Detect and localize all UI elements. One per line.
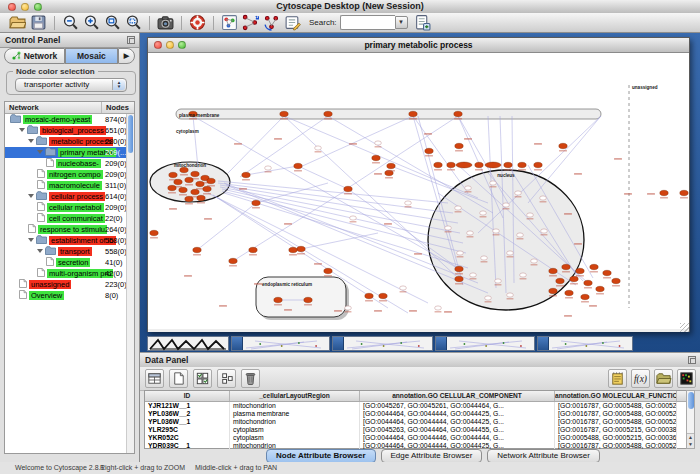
node-outline[interactable] bbox=[541, 229, 548, 233]
node[interactable] bbox=[387, 163, 395, 168]
tree-row[interactable]: nucleobase-209(0) bbox=[5, 158, 134, 169]
node-outline[interactable] bbox=[507, 251, 514, 255]
help-icon[interactable] bbox=[189, 14, 206, 31]
edge[interactable] bbox=[193, 116, 198, 168]
expand-arrow-icon[interactable] bbox=[37, 249, 43, 253]
tree-col-network[interactable]: Network bbox=[5, 103, 39, 112]
node[interactable] bbox=[556, 278, 564, 283]
layout-scale-icon[interactable] bbox=[242, 14, 259, 31]
node[interactable] bbox=[454, 111, 462, 116]
layout-rotate-icon[interactable] bbox=[263, 14, 280, 31]
node[interactable] bbox=[603, 270, 611, 275]
table-row[interactable]: YLR295Ccytoplasm[GO:0045263, GO:0044464,… bbox=[145, 426, 687, 434]
node[interactable] bbox=[365, 293, 373, 298]
node[interactable] bbox=[584, 280, 592, 285]
table-scrollbar[interactable]: ▲▼ bbox=[686, 390, 695, 449]
resize-grip-icon[interactable] bbox=[680, 323, 689, 332]
minimized-window[interactable] bbox=[537, 336, 633, 351]
minimized-window[interactable] bbox=[231, 336, 330, 351]
function-icon[interactable]: f(x) bbox=[631, 369, 650, 388]
node-outline[interactable] bbox=[457, 251, 464, 255]
node[interactable] bbox=[447, 162, 455, 167]
node[interactable] bbox=[425, 148, 433, 153]
node[interactable] bbox=[549, 288, 557, 293]
minimized-window[interactable] bbox=[147, 336, 229, 351]
table-scrollbar-thumb[interactable] bbox=[688, 392, 694, 409]
edge[interactable] bbox=[193, 116, 459, 269]
tree-row[interactable]: primary metabol209(... bbox=[5, 147, 134, 158]
node[interactable] bbox=[249, 247, 257, 252]
new-attr-icon[interactable] bbox=[169, 369, 188, 388]
select-attributes-icon[interactable] bbox=[193, 369, 212, 388]
vizmapper-icon[interactable] bbox=[221, 14, 238, 31]
node[interactable] bbox=[549, 268, 557, 273]
expand-arrow-icon[interactable] bbox=[28, 194, 34, 198]
node[interactable] bbox=[191, 189, 199, 194]
node[interactable] bbox=[534, 162, 542, 167]
node[interactable] bbox=[570, 276, 578, 281]
expand-arrow-icon[interactable] bbox=[37, 150, 43, 154]
network-graph[interactable]: plasma membranecytoplasmmitochondrionnuc… bbox=[148, 53, 689, 329]
float-data-panel-icon[interactable] bbox=[688, 356, 696, 364]
table-scrollbar-arrows[interactable]: ▲▼ bbox=[687, 433, 694, 448]
node-outline[interactable] bbox=[481, 256, 488, 260]
close-button[interactable] bbox=[8, 3, 16, 11]
search-input[interactable] bbox=[340, 15, 395, 30]
node[interactable] bbox=[252, 200, 260, 205]
tree-row[interactable]: cellular process614(0) bbox=[5, 191, 134, 202]
delete-attr-icon[interactable] bbox=[241, 369, 260, 388]
tree-row[interactable]: unassigned223(0) bbox=[5, 279, 134, 290]
node-outline[interactable] bbox=[480, 211, 487, 215]
edge[interactable] bbox=[298, 166, 348, 189]
open-folder-icon[interactable] bbox=[9, 14, 26, 31]
node[interactable] bbox=[274, 297, 282, 302]
edge[interactable] bbox=[240, 116, 328, 177]
attr-table-icon[interactable] bbox=[145, 369, 164, 388]
edge[interactable] bbox=[222, 189, 463, 243]
node[interactable] bbox=[150, 230, 158, 235]
network-zoom-button[interactable] bbox=[178, 41, 186, 49]
node-outline[interactable] bbox=[400, 286, 407, 290]
float-panel-icon[interactable] bbox=[127, 36, 135, 44]
node-outline[interactable] bbox=[265, 166, 272, 170]
tree-row[interactable]: macromolecule311(0) bbox=[5, 180, 134, 191]
edge[interactable] bbox=[284, 116, 459, 279]
network-close-button[interactable] bbox=[154, 41, 162, 49]
camera-icon[interactable] bbox=[157, 14, 174, 31]
minimize-button[interactable] bbox=[21, 3, 29, 11]
node-outline[interactable] bbox=[405, 201, 412, 205]
table-row[interactable]: YPL036W__1mitochondrion[GO:0044464, GO:0… bbox=[145, 418, 687, 426]
tab-edge-attribute-browser[interactable]: Edge Attribute Browser bbox=[381, 449, 483, 463]
node-outline[interactable] bbox=[527, 213, 534, 217]
table-row[interactable]: YPL036W__2plasma membrane[GO:0044464, GO… bbox=[145, 410, 687, 418]
edge[interactable] bbox=[197, 203, 256, 250]
network-minimize-button[interactable] bbox=[166, 41, 174, 49]
tab-node-attribute-browser[interactable]: Node Attribute Browser bbox=[266, 449, 376, 463]
minimized-window[interactable] bbox=[332, 336, 433, 351]
edge[interactable] bbox=[348, 116, 458, 188]
node[interactable] bbox=[242, 172, 250, 177]
node[interactable] bbox=[504, 162, 512, 167]
node-outline[interactable] bbox=[495, 279, 502, 283]
node-outline[interactable] bbox=[465, 186, 472, 190]
node[interactable] bbox=[180, 167, 188, 172]
node[interactable] bbox=[203, 186, 211, 191]
node-outline[interactable] bbox=[445, 226, 452, 230]
table-column-header[interactable]: annotation.GO CELLULAR_COMPONENT bbox=[360, 391, 555, 401]
node[interactable] bbox=[612, 278, 620, 283]
node[interactable] bbox=[590, 264, 598, 269]
node[interactable] bbox=[581, 294, 589, 299]
node[interactable] bbox=[409, 111, 417, 116]
node-outline[interactable] bbox=[515, 191, 522, 195]
node[interactable] bbox=[372, 155, 380, 160]
node-outline[interactable] bbox=[520, 273, 527, 277]
node[interactable] bbox=[185, 177, 193, 182]
node-outline[interactable] bbox=[345, 306, 352, 310]
table-row[interactable]: YJR121W__1mitochondrion[GO:0045267, GO:0… bbox=[145, 402, 687, 410]
expand-arrow-icon[interactable] bbox=[28, 238, 34, 242]
tree-row[interactable]: nitrogen compo209(0) bbox=[5, 169, 134, 180]
tab-network-attribute-browser[interactable]: Network Attribute Browser bbox=[487, 449, 599, 463]
node[interactable] bbox=[680, 190, 688, 195]
annotation-icon[interactable] bbox=[284, 14, 301, 31]
edge[interactable] bbox=[301, 233, 378, 249]
